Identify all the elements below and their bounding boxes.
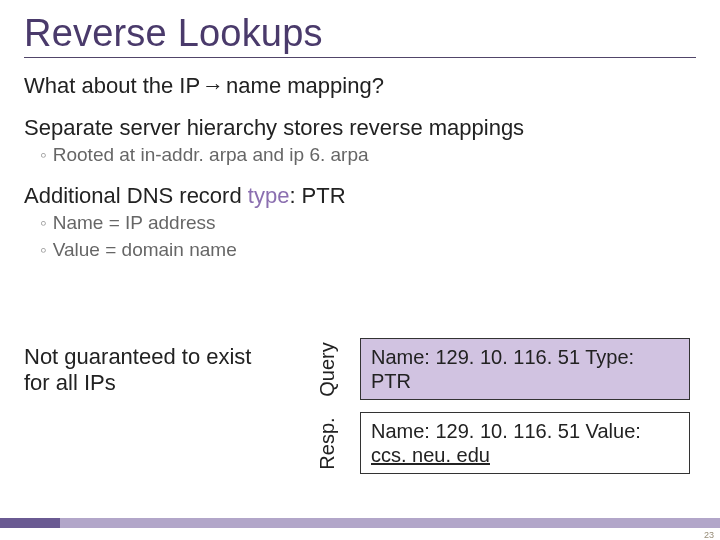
note-line1: Not guaranteed to exist — [24, 344, 251, 369]
resp-side-label: Resp. — [316, 413, 339, 475]
page-number: 23 — [704, 530, 714, 540]
ptr-post: : PTR — [289, 183, 345, 208]
ptr-line: Additional DNS record type: PTR — [24, 182, 696, 210]
query-text-line2: PTR — [371, 370, 411, 392]
ptr-type-word: type — [248, 183, 290, 208]
query-box-content: Name: 129. 10. 116. 51 Type: PTR — [371, 345, 634, 393]
resp-text-line1: Name: 129. 10. 116. 51 Value: — [371, 420, 641, 442]
resp-box-content: Name: 129. 10. 116. 51 Value: ccs. neu. … — [371, 419, 641, 467]
bullet-marker-icon: ◦ — [40, 239, 47, 260]
bullet-value: ◦Value = domain name — [24, 238, 696, 263]
question-post: name mapping? — [226, 73, 384, 98]
question-line: What about the IP→name mapping? — [24, 72, 696, 100]
resp-box: Name: 129. 10. 116. 51 Value: ccs. neu. … — [360, 412, 690, 474]
query-side-label: Query — [316, 339, 339, 401]
bullet-rooted: ◦Rooted at in-addr. arpa and ip 6. arpa — [24, 143, 696, 168]
hierarchy-line: Separate server hierarchy stores reverse… — [24, 114, 696, 142]
resp-value-text: ccs. neu. edu — [371, 444, 490, 466]
bullet-name: ◦Name = IP address — [24, 211, 696, 236]
bullet-marker-icon: ◦ — [40, 212, 47, 233]
bullet-marker-icon: ◦ — [40, 144, 47, 165]
slide-title: Reverse Lookups — [24, 12, 696, 55]
ptr-pre: Additional DNS record — [24, 183, 248, 208]
footer-accent-bar — [0, 518, 720, 528]
bullet-rooted-text: Rooted at in-addr. arpa and ip 6. arpa — [53, 144, 369, 165]
title-underline — [24, 57, 696, 58]
arrow-icon: → — [200, 72, 226, 100]
bullet-name-text: Name = IP address — [53, 212, 216, 233]
slide: Reverse Lookups What about the IP→name m… — [0, 0, 720, 540]
note-line2: for all IPs — [24, 370, 116, 395]
query-text-line1: Name: 129. 10. 116. 51 Type: — [371, 346, 634, 368]
query-box: Name: 129. 10. 116. 51 Type: PTR — [360, 338, 690, 400]
not-guaranteed-note: Not guaranteed to exist for all IPs — [24, 344, 314, 397]
bullet-value-text: Value = domain name — [53, 239, 237, 260]
question-pre: What about the IP — [24, 73, 200, 98]
